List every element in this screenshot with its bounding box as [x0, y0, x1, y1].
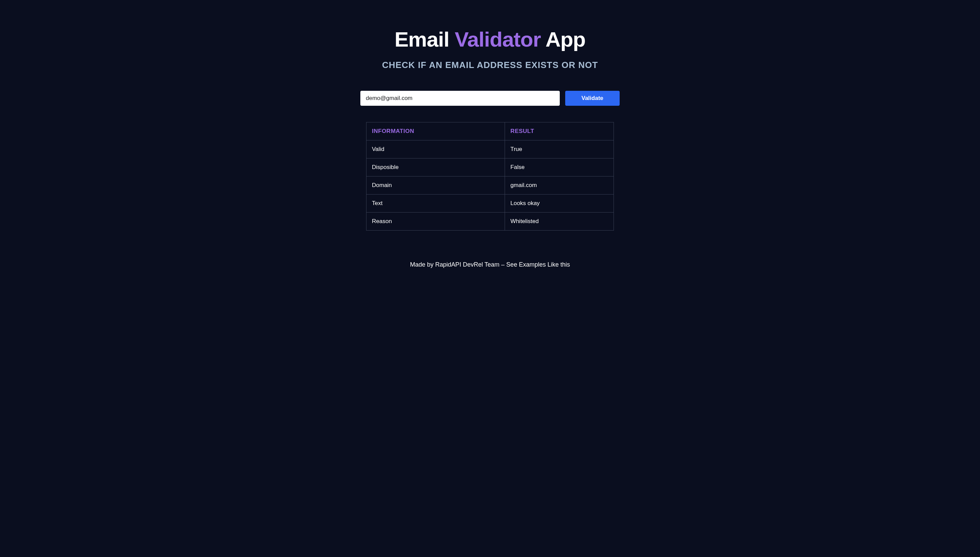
cell-result: Whitelisted — [505, 213, 614, 231]
page-title: Email Validator App — [382, 27, 598, 51]
header-result: RESULT — [505, 122, 614, 140]
footer: Made by RapidAPI DevRel Team – See Examp… — [410, 261, 570, 268]
results-table: INFORMATION RESULT Valid True Disposible… — [366, 122, 614, 231]
table-row: Domain gmail.com — [366, 176, 614, 194]
cell-info: Text — [366, 194, 505, 213]
form-container: Validate — [360, 91, 620, 106]
table-row: Valid True — [366, 140, 614, 158]
cell-info: Disposible — [366, 158, 505, 176]
table-row: Reason Whitelisted — [366, 213, 614, 231]
cell-info: Reason — [366, 213, 505, 231]
title-highlight: Validator — [455, 28, 541, 51]
cell-info: Domain — [366, 176, 505, 194]
subtitle: CHECK IF AN EMAIL ADDRESS EXISTS OR NOT — [382, 60, 598, 70]
cell-result: True — [505, 140, 614, 158]
cell-result: False — [505, 158, 614, 176]
cell-result: gmail.com — [505, 176, 614, 194]
cell-result: Looks okay — [505, 194, 614, 213]
title-part1: Email — [395, 28, 455, 51]
title-part2: App — [541, 28, 585, 51]
table-row: Text Looks okay — [366, 194, 614, 213]
header: Email Validator App CHECK IF AN EMAIL AD… — [382, 27, 598, 70]
header-information: INFORMATION — [366, 122, 505, 140]
footer-link[interactable]: See Examples Like this — [506, 261, 570, 268]
validate-button[interactable]: Validate — [565, 91, 620, 106]
table-row: Disposible False — [366, 158, 614, 176]
email-input[interactable] — [360, 91, 560, 106]
footer-text: Made by RapidAPI DevRel Team – — [410, 261, 506, 268]
table-header-row: INFORMATION RESULT — [366, 122, 614, 140]
cell-info: Valid — [366, 140, 505, 158]
